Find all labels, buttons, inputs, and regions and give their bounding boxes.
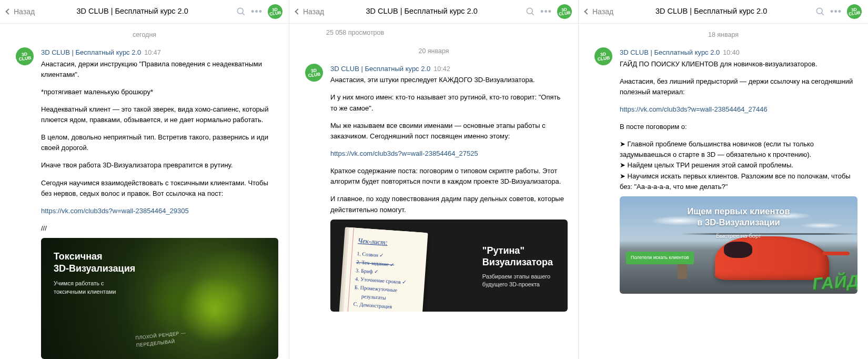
header: Назад 3D CLUB | Бесплатный курс 2.0 ••• …	[0, 0, 289, 24]
author-avatar[interactable]: 3DCLUB	[15, 46, 35, 66]
author-name[interactable]: 3D CLUB | Бесплатный курс 2.0	[41, 48, 141, 56]
back-label: Назад	[303, 6, 324, 17]
date-separator: 20 января	[289, 40, 578, 59]
search-icon[interactable]	[814, 6, 826, 17]
chevron-left-icon	[295, 8, 300, 14]
date-separator: 18 января	[579, 24, 868, 43]
guide-label: ГАЙД	[811, 268, 857, 294]
messages-body[interactable]: 25 058 просмотров 20 января 3DCLUB 3D CL…	[289, 24, 578, 359]
search-icon[interactable]	[524, 6, 536, 17]
views-count: 25 058 просмотров	[289, 24, 578, 40]
card-button[interactable]: Полетели искать клиентов	[626, 252, 694, 264]
attachment-card[interactable]: Ищем первых клиентовв 3D-Визуализации Бы…	[620, 196, 857, 294]
message-time: 10:40	[723, 49, 739, 56]
column-1: Назад 3D CLUB | Бесплатный курс 2.0 ••• …	[0, 0, 289, 359]
card-title: Ищем первых клиентовв 3D-Визуализации	[620, 206, 857, 228]
messages-body[interactable]: 18 января 3DCLUB 3D CLUB | Бесплатный ку…	[579, 24, 868, 359]
svg-point-0	[237, 8, 243, 14]
author-avatar[interactable]: 3DCLUB	[304, 62, 324, 82]
helicopter-icon	[715, 236, 829, 280]
svg-point-4	[816, 8, 822, 14]
card-subtitle: Разбираем этапы вашегобудущего 3D-проект…	[482, 273, 553, 289]
post-link[interactable]: https://vk.com/club3ds?w=wall-23854464_2…	[330, 149, 478, 157]
card-subtitle: Учимся работать стоксичными клиентами	[54, 280, 266, 296]
message: 3DCLUB 3D CLUB | Бесплатный курс 2.010:4…	[289, 59, 578, 312]
card-title: "Рутина"Визуализатора	[482, 245, 553, 268]
message: 3DCLUB 3D CLUB | Бесплатный курс 2.010:4…	[0, 43, 289, 359]
chat-title: 3D CLUB | Бесплатный курс 2.0	[613, 6, 809, 17]
more-icon[interactable]: •••	[830, 5, 842, 19]
post-link[interactable]: https://vk.com/club3ds?w=wall-23854464_2…	[41, 207, 189, 215]
chevron-left-icon	[584, 8, 590, 14]
message: 3DCLUB 3D CLUB | Бесплатный курс 2.010:4…	[579, 43, 868, 294]
search-icon[interactable]	[235, 6, 247, 17]
more-icon[interactable]: •••	[251, 5, 263, 19]
back-label: Назад	[592, 6, 613, 17]
chat-title: 3D CLUB | Бесплатный курс 2.0	[324, 6, 519, 17]
chat-title: 3D CLUB | Бесплатный курс 2.0	[35, 6, 230, 17]
message-text: ГАЙД ПО ПОИСКУ КЛИЕНТОВ для новичков-виз…	[620, 59, 857, 192]
attachment-card[interactable]: Токсичная3D-Визуализация Учимся работать…	[41, 238, 278, 359]
post-link[interactable]: https://vk.com/club3ds?w=wall-23854464_2…	[620, 105, 768, 113]
back-label: Назад	[14, 6, 35, 17]
svg-line-5	[822, 13, 824, 15]
author-avatar[interactable]: 3DCLUB	[593, 46, 613, 66]
card-subtitle: Быстрее на борт	[620, 232, 857, 241]
back-button[interactable]: Назад	[585, 6, 613, 17]
message-time: 10:42	[433, 65, 450, 73]
message-time: 10:47	[144, 49, 160, 56]
author-name[interactable]: 3D CLUB | Бесплатный курс 2.0	[330, 65, 430, 73]
column-2: Назад 3D CLUB | Бесплатный курс 2.0 ••• …	[289, 0, 579, 359]
back-button[interactable]: Назад	[6, 6, 35, 17]
card-badge: ПЛОХОЙ РЕНДЕР —ПЕРЕДЕЛЫВАЙ	[135, 330, 187, 349]
notepad-icon: Чек-лист: 1. Созвон ✓ 2. Тех-задание ✓ 3…	[343, 227, 428, 312]
messages-body[interactable]: сегодня 3DCLUB 3D CLUB | Бесплатный курс…	[0, 24, 289, 359]
message-text: Анастасия, эти штуки преследует КАЖДОГО …	[330, 75, 568, 215]
attachment-card[interactable]: Чек-лист: 1. Созвон ✓ 2. Тех-задание ✓ 3…	[330, 220, 568, 312]
card-title: Токсичная3D-Визуализация	[54, 251, 266, 274]
svg-line-1	[243, 13, 245, 15]
header-avatar[interactable]: 3DCLUB	[267, 3, 284, 20]
header: Назад 3D CLUB | Бесплатный курс 2.0 ••• …	[289, 0, 578, 24]
date-separator: сегодня	[0, 24, 289, 43]
header-avatar[interactable]: 3DCLUB	[556, 3, 573, 20]
column-3: Назад 3D CLUB | Бесплатный курс 2.0 ••• …	[579, 0, 868, 359]
svg-point-2	[527, 8, 532, 14]
more-icon[interactable]: •••	[540, 5, 552, 19]
header: Назад 3D CLUB | Бесплатный курс 2.0 ••• …	[579, 0, 868, 24]
author-name[interactable]: 3D CLUB | Бесплатный курс 2.0	[620, 48, 720, 56]
header-avatar[interactable]: 3DCLUB	[846, 3, 863, 20]
svg-line-3	[532, 13, 534, 15]
back-button[interactable]: Назад	[296, 6, 324, 17]
chevron-left-icon	[5, 8, 11, 14]
message-text: Анастасия, держи инструкцию "Правила пов…	[41, 59, 278, 234]
